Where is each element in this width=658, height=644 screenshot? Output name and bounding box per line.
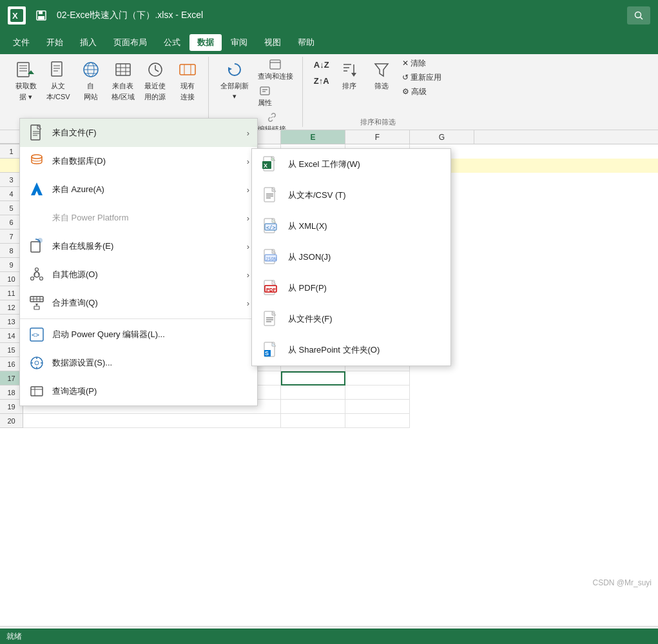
svg-rect-12 (52, 62, 62, 76)
menu-from-json[interactable]: JSON 从 JSON(J) (252, 242, 450, 273)
menu-from-other[interactable]: 自其他源(O) › (20, 260, 257, 289)
menu-level1[interactable]: 来自文件(F) › 来自数据库(D) › 来自 Azure(A) › 来自 Po… (19, 118, 258, 406)
sort-filter-group-label: 排序和筛选 (311, 116, 445, 127)
menu-from-xml[interactable]: </> 从 XML(X) (252, 211, 450, 242)
svg-text:X: X (264, 162, 267, 169)
menu-data[interactable]: 数据 (189, 34, 222, 51)
svg-rect-33 (270, 60, 280, 69)
bottom-bar: Sheet1 就绪 (0, 626, 658, 644)
active-cell-e17[interactable] (281, 371, 345, 385)
get-data-button[interactable]: 获取数 据 ▾ (10, 57, 41, 104)
datasource-icon (28, 354, 46, 372)
existing-connections-button[interactable]: 现有 连接 (172, 57, 203, 104)
from-file-arrow: › (247, 128, 249, 138)
menu-from-online[interactable]: 来自在线服务(E) › (20, 232, 257, 260)
svg-point-53 (37, 238, 43, 243)
menu-review[interactable]: 审阅 (223, 34, 255, 51)
from-other-label: 自其他源(O) (52, 269, 98, 280)
menu-from-powerplatform[interactable]: 来自 Power Platform › (20, 204, 257, 232)
existing-connections-icon (177, 59, 198, 80)
window-title: 02-Excel快速入门（下）.xlsx - Excel (57, 10, 621, 21)
ribbon-small-buttons-col: 查询和连接 属性 (254, 57, 297, 130)
menu-from-excel[interactable]: X 从 Excel 工作簿(W) (252, 149, 450, 180)
properties-button[interactable]: 属性 (254, 83, 276, 109)
menu-insert[interactable]: 插入 (72, 34, 104, 51)
excel-logo: X (8, 6, 26, 24)
search-button[interactable] (627, 6, 650, 24)
excel-logo-icon: X (10, 9, 23, 22)
from-json-icon: JSON (261, 248, 280, 267)
from-database-icon (28, 152, 46, 170)
datasource-label: 数据源设置(S)... (52, 357, 112, 369)
sort-za-button[interactable]: Z↑A (311, 73, 333, 88)
from-powerplatform-arrow: › (247, 213, 249, 223)
advanced-button[interactable]: ⚙ 高级 (398, 85, 431, 99)
filter-button[interactable]: 筛选 (366, 57, 397, 93)
menu-view[interactable]: 视图 (256, 34, 289, 51)
menu-from-sharepoint[interactable]: S 从 SharePoint 文件夹(O) (252, 335, 450, 366)
svg-point-56 (31, 277, 34, 280)
launch-pq-icon: <> (28, 326, 46, 344)
ribbon-group-sort-filter: A↓Z Z↑A (305, 57, 450, 127)
edit-links-icon (265, 111, 279, 124)
menu-formula[interactable]: 公式 (156, 34, 188, 51)
reapply-label: ↺ 重新应用 (402, 72, 441, 83)
from-table-button[interactable]: 来自表 格/区域 (108, 57, 139, 104)
sort-button[interactable]: 排序 (334, 57, 365, 93)
menu-from-azure[interactable]: 来自 Azure(A) › (20, 175, 257, 204)
title-bar: X 02-Excel快速入门（下）.xlsx - Excel (0, 0, 658, 31)
from-excel-icon: X (261, 155, 280, 174)
menu-help[interactable]: 帮助 (290, 34, 322, 51)
from-other-arrow: › (247, 270, 249, 280)
svg-rect-52 (31, 242, 40, 252)
menu-level2[interactable]: X 从 Excel 工作簿(W) 从文本/CSV (T) </> (251, 148, 451, 366)
recent-sources-icon (145, 59, 166, 80)
svg-text:S: S (265, 350, 269, 356)
ribbon-group-getdata-buttons: 获取数 据 ▾ 从文 本/CSV (10, 57, 203, 127)
query-connections-button[interactable]: 查询和连接 (254, 57, 297, 83)
edit-links-button[interactable]: 编辑链接 (254, 110, 290, 130)
clear-label: ✕ 清除 (402, 58, 426, 69)
from-web-button[interactable]: 自 网站 (75, 57, 106, 104)
ribbon-group-sort-filter-buttons: A↓Z Z↑A (311, 57, 445, 115)
from-file-label: 来自文件(F) (52, 127, 97, 139)
recent-sources-button[interactable]: 最近使 用的源 (140, 57, 171, 104)
menu-from-csv[interactable]: 从文本/CSV (T) (252, 180, 450, 211)
refresh-all-button[interactable]: 全部刷新 ▾ (217, 57, 253, 103)
menu-layout[interactable]: 页面布局 (106, 34, 155, 51)
from-pdf-label: 从 PDF(P) (288, 282, 327, 294)
menu-from-folder[interactable]: 从文件夹(F) (252, 304, 450, 335)
menu-from-pdf[interactable]: PDF 从 PDF(P) (252, 273, 450, 304)
clear-button[interactable]: ✕ 清除 (398, 57, 430, 70)
from-online-label: 来自在线服务(E) (52, 240, 113, 252)
menu-query-options[interactable]: 查询选项(P) (20, 377, 257, 405)
query-connections-icon (268, 58, 282, 71)
menu-from-database[interactable]: 来自数据库(D) › (20, 147, 257, 175)
save-icon[interactable] (32, 6, 50, 24)
combine-icon (28, 294, 46, 312)
from-powerplatform-label: 来自 Power Platform (52, 212, 128, 224)
from-excel-label: 从 Excel 工作簿(W) (288, 159, 360, 170)
svg-text:</>: </> (266, 225, 276, 231)
svg-marker-51 (31, 182, 43, 195)
svg-text:<>: <> (32, 331, 39, 338)
clear-reapply-advanced-col: ✕ 清除 ↺ 重新应用 ⚙ 高级 (398, 57, 445, 99)
row-20 (23, 414, 658, 428)
sort-az-button[interactable]: A↓Z (311, 57, 333, 72)
menu-file[interactable]: 文件 (5, 34, 37, 51)
from-sharepoint-label: 从 SharePoint 文件夹(O) (288, 344, 380, 356)
combine-label: 合并查询(Q) (52, 297, 98, 309)
menu-separator-1 (20, 318, 257, 319)
status-ready: 就绪 (6, 631, 22, 642)
from-azure-icon (28, 181, 46, 199)
svg-rect-75 (31, 387, 43, 396)
menu-from-file[interactable]: 来自文件(F) › (20, 119, 257, 147)
menu-launch-pq[interactable]: <> 启动 Power Query 编辑器(L)... (20, 320, 257, 349)
menu-combine[interactable]: 合并查询(Q) › (20, 289, 257, 317)
from-online-icon (28, 237, 46, 255)
menu-datasource[interactable]: 数据源设置(S)... (20, 349, 257, 377)
from-text-csv-button[interactable]: 从文 本/CSV (43, 57, 74, 104)
menu-home[interactable]: 开始 (39, 34, 71, 51)
status-bar: 就绪 (0, 629, 658, 644)
reapply-button[interactable]: ↺ 重新应用 (398, 71, 445, 84)
